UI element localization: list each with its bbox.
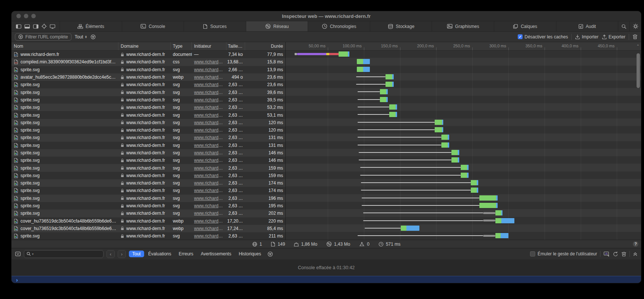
waterfall-row[interactable] <box>286 224 641 232</box>
table-row[interactable]: sprite.svgwww.richard-dern.frsvgwww.rich… <box>12 195 285 202</box>
resource-initiator[interactable]: www.richard-d… <box>194 150 224 155</box>
table-row[interactable]: sprite.svgwww.richard-dern.frsvgwww.rich… <box>12 96 285 104</box>
dock-left-icon[interactable] <box>16 24 22 29</box>
waterfall-row[interactable] <box>286 88 641 95</box>
table-row[interactable]: sprite.svgwww.richard-dern.frsvgwww.rich… <box>12 149 285 157</box>
table-row[interactable]: sprite.svgwww.richard-dern.frsvgwww.rich… <box>12 66 285 73</box>
resource-initiator[interactable]: www.richard-d… <box>194 158 224 163</box>
table-row[interactable]: sprite.svgwww.richard-dern.frsvgwww.rich… <box>12 202 285 210</box>
waterfall-row[interactable] <box>286 96 641 103</box>
resource-initiator[interactable]: www.richard-d… <box>194 143 224 148</box>
console-scope-historiques[interactable]: Historiques <box>235 251 264 257</box>
dock-bottom-icon[interactable] <box>24 24 30 29</box>
table-row[interactable]: sprite.svgwww.richard-dern.frsvgwww.rich… <box>12 172 285 179</box>
resource-initiator[interactable]: www.richard-d… <box>194 188 224 193</box>
vertical-scrollbar[interactable] <box>637 53 640 88</box>
waterfall-row[interactable] <box>286 111 641 118</box>
table-row[interactable]: sprite.svgwww.richard-dern.frsvgwww.rich… <box>12 157 285 164</box>
console-evaluate-icon[interactable]: JS <box>603 251 610 257</box>
table-row[interactable]: csscompiled.min.38390909f303624ed9e1cf1b… <box>12 58 285 66</box>
column-header-taille[interactable]: Taille… <box>226 42 245 50</box>
waterfall-row[interactable] <box>286 58 641 65</box>
table-row[interactable]: sprite.svgwww.richard-dern.frsvgwww.rich… <box>12 81 285 88</box>
console-filter-icon[interactable] <box>267 251 273 257</box>
help-button[interactable]: ? <box>633 241 638 247</box>
table-row[interactable]: sprite.svgwww.richard-dern.frsvgwww.rich… <box>12 134 285 141</box>
waterfall-row[interactable] <box>286 202 641 209</box>
settings-tab[interactable] <box>629 21 641 31</box>
table-row[interactable]: sprite.svgwww.richard-dern.frsvgwww.rich… <box>12 187 285 194</box>
clear-network-items-icon[interactable] <box>632 34 638 40</box>
waterfall-row[interactable] <box>286 156 641 164</box>
waterfall-row[interactable] <box>286 209 641 217</box>
waterfall-row[interactable] <box>286 194 641 202</box>
minimize-window-button[interactable] <box>24 14 28 18</box>
dock-right-icon[interactable] <box>33 24 39 29</box>
tab-graphismes[interactable]: Graphismes <box>432 21 494 31</box>
waterfall-row[interactable] <box>286 171 641 179</box>
table-row[interactable]: sprite.svgwww.richard-dern.frsvgwww.rich… <box>12 210 285 217</box>
resource-initiator[interactable]: www.richard-d… <box>194 120 224 125</box>
table-header[interactable]: Nom Domaine Type Initiateur Taille… Duré… <box>12 42 285 51</box>
tab-chronologies[interactable]: Chronologies <box>308 21 370 31</box>
table-row[interactable]: sprite.svgwww.richard-dern.frsvgwww.rich… <box>12 164 285 171</box>
console-picker-icon[interactable] <box>15 251 21 256</box>
tab-elements[interactable]: Éléments <box>60 21 122 31</box>
zoom-window-button[interactable] <box>31 14 36 18</box>
export-button[interactable]: Exporter <box>602 34 625 40</box>
tab-console[interactable]: Console <box>122 21 184 31</box>
resource-initiator[interactable]: www.richard-d… <box>194 196 224 201</box>
resource-initiator[interactable]: www.richard-d… <box>194 113 224 118</box>
console-prompt[interactable]: › <box>12 276 641 283</box>
next-result-button[interactable]: › <box>118 250 126 258</box>
table-row[interactable]: cover_hu736519dc3b5040cfa48b6b559b6de6ec… <box>12 217 285 225</box>
emulate-user-gesture-toggle[interactable]: ✓ Émuler le geste de l'utilisateur <box>530 251 597 256</box>
column-header-domaine[interactable]: Domaine <box>118 42 171 50</box>
resource-initiator[interactable]: www.richard-d… <box>194 166 224 171</box>
waterfall-row[interactable] <box>286 119 641 126</box>
waterfall-row[interactable] <box>286 73 641 81</box>
waterfall-row[interactable] <box>286 103 641 111</box>
waterfall-row[interactable] <box>286 217 641 224</box>
table-row[interactable]: cover_hu736519dc3b5040cfa48b6b559b6de6ec… <box>12 225 285 232</box>
waterfall-row[interactable] <box>286 232 641 239</box>
search-tab[interactable] <box>618 21 629 31</box>
resource-initiator[interactable]: www.richard-d… <box>194 233 224 239</box>
waterfall-row[interactable] <box>286 126 641 133</box>
scroll-top-icon[interactable]: ⌃ <box>637 44 640 48</box>
table-row[interactable]: sprite.svgwww.richard-dern.frsvgwww.rich… <box>12 88 285 96</box>
resource-initiator[interactable]: www.richard-d… <box>194 180 224 186</box>
resource-initiator[interactable]: www.richard-d… <box>194 67 224 72</box>
waterfall-row[interactable] <box>286 66 641 73</box>
table-row[interactable]: sprite.svgwww.richard-dern.frsvgwww.rich… <box>12 126 285 134</box>
resource-initiator[interactable]: www.richard-d… <box>194 105 224 110</box>
device-icon[interactable] <box>50 24 55 29</box>
column-header-initiateur[interactable]: Initiateur <box>192 42 226 50</box>
tab-sources[interactable]: Sources <box>184 21 246 31</box>
resource-initiator[interactable]: www.richard-d… <box>194 135 224 140</box>
console-scope-tout[interactable]: Tout <box>129 251 144 257</box>
element-picker-icon[interactable] <box>41 23 47 29</box>
tab-calques[interactable]: Calques <box>494 21 556 31</box>
table-row[interactable]: www.richard-dern.frwww.richard-dern.frdo… <box>12 51 285 58</box>
tab-audit[interactable]: Audit <box>556 21 618 31</box>
column-header-type[interactable]: Type <box>171 42 192 50</box>
waterfall-row[interactable] <box>286 141 641 149</box>
table-row[interactable]: sprite.svgwww.richard-dern.frsvgwww.rich… <box>12 142 285 149</box>
resource-initiator[interactable]: www.richard-d… <box>194 97 224 103</box>
waterfall-row[interactable] <box>286 133 641 141</box>
table-row[interactable]: sprite.svgwww.richard-dern.frsvgwww.rich… <box>12 232 285 240</box>
waterfall-row[interactable] <box>286 81 641 88</box>
resource-initiator[interactable]: www.richard-d… <box>194 226 224 231</box>
console-scope-erreurs[interactable]: Erreurs <box>175 251 197 257</box>
reload-icon[interactable] <box>613 251 618 257</box>
waterfall-row[interactable] <box>286 186 641 194</box>
collapse-console-icon[interactable] <box>633 252 638 256</box>
resource-initiator[interactable]: www.richard-d… <box>194 173 224 178</box>
console-scope-avertissements[interactable]: Avertissements <box>197 251 235 257</box>
resource-initiator[interactable]: www.richard-d… <box>194 75 224 80</box>
tab-stockage[interactable]: Stockage <box>370 21 432 31</box>
waterfall-row[interactable] <box>286 164 641 171</box>
emulate-user-gesture-checkbox[interactable]: ✓ <box>530 251 535 256</box>
table-row[interactable]: avatar_hu85ecc3e298728880b0bde2dcc4e5c23… <box>12 73 285 81</box>
